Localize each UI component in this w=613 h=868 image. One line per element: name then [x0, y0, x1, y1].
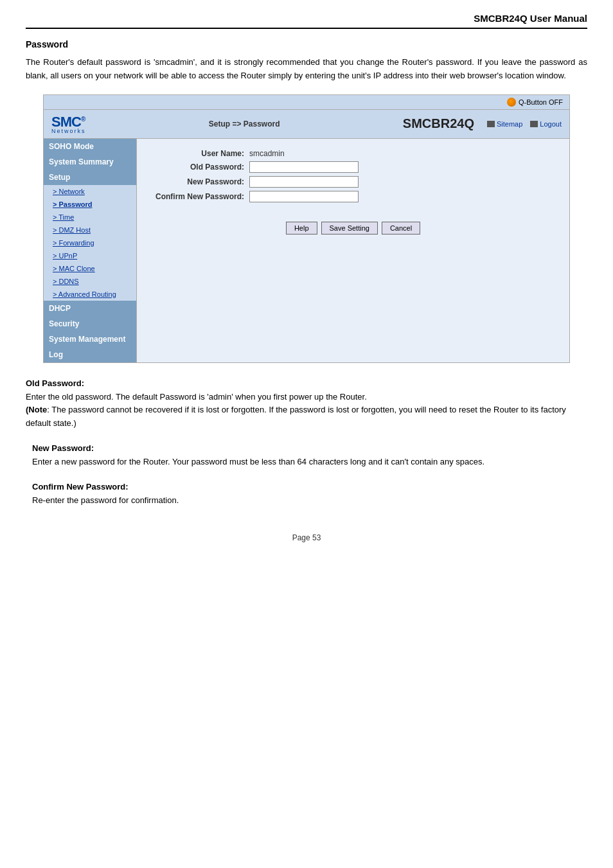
router-ui-simulation: Q-Button OFF SMC® Networks Setup => Pass… [43, 94, 570, 363]
page-header: SMCBR24Q User Manual [26, 13, 587, 29]
confirm-password-row: Confirm New Password: [150, 191, 556, 202]
new-password-section: New Password: Enter a new password for t… [32, 443, 587, 469]
q-button-area: Q-Button OFF [507, 98, 563, 107]
old-password-input[interactable] [249, 161, 359, 173]
button-row: Help Save Setting Cancel [150, 222, 556, 235]
cancel-button[interactable]: Cancel [382, 222, 420, 235]
sidebar-item-dmz[interactable]: > DMZ Host [44, 224, 136, 236]
note-bold: (Note [26, 405, 47, 414]
sidebar-item-dhcp[interactable]: DHCP [44, 301, 136, 316]
user-name-row: User Name: smcadmin [150, 149, 556, 158]
sidebar-item-upnp[interactable]: > UPnP [44, 249, 136, 262]
new-password-heading: New Password: [32, 443, 587, 453]
q-button-label: Q-Button OFF [519, 98, 563, 106]
old-password-label: Old Password: [150, 163, 249, 172]
main-panel: User Name: smcadmin Old Password: New Pa… [137, 139, 569, 362]
router-topbar: Q-Button OFF [44, 95, 569, 110]
section-title: Password [26, 39, 587, 49]
sidebar-item-password[interactable]: > Password [44, 198, 136, 211]
sidebar-item-network[interactable]: > Network [44, 185, 136, 198]
sidebar-item-security[interactable]: Security [44, 316, 136, 332]
sidebar-item-ddns[interactable]: > DDNS [44, 275, 136, 288]
sitemap-icon [487, 121, 495, 127]
sidebar: SOHO Mode System Summary Setup > Network… [44, 139, 137, 362]
user-name-label: User Name: [150, 149, 249, 158]
confirm-password-label: Confirm New Password: [150, 192, 249, 201]
sidebar-item-advanced-routing[interactable]: > Advanced Routing [44, 288, 136, 301]
sidebar-item-system-summary[interactable]: System Summary [44, 154, 136, 170]
user-name-value: smcadmin [249, 149, 285, 158]
sidebar-item-mac-clone[interactable]: > MAC Clone [44, 262, 136, 275]
new-password-input[interactable] [249, 176, 359, 188]
new-password-row: New Password: [150, 176, 556, 188]
old-password-note: (Note: The password cannot be recovered … [26, 403, 587, 430]
page-number: Page 53 [292, 533, 321, 542]
router-nav-links: Sitemap Logout [487, 120, 562, 128]
logo-area: SMC® Networks [51, 114, 86, 134]
router-title-area: Setup => Password [99, 120, 390, 128]
new-password-text: Enter a new password for the Router. You… [32, 456, 587, 469]
manual-title: SMCBR24Q User Manual [474, 13, 587, 24]
sitemap-link[interactable]: Sitemap [487, 120, 522, 128]
q-button-icon [507, 98, 516, 107]
router-header: SMC® Networks Setup => Password SMCBR24Q… [44, 110, 569, 139]
smc-networks: Networks [51, 128, 86, 134]
sidebar-item-log[interactable]: Log [44, 347, 136, 362]
help-button[interactable]: Help [286, 222, 317, 235]
router-model-label: SMCBR24Q [403, 116, 474, 131]
old-password-text: Enter the old password. The default Pass… [26, 391, 587, 404]
password-form: User Name: smcadmin Old Password: New Pa… [150, 149, 556, 235]
sidebar-item-soho[interactable]: SOHO Mode [44, 139, 136, 154]
logout-link[interactable]: Logout [530, 120, 562, 128]
confirm-password-heading: Confirm New Password: [32, 482, 587, 492]
sidebar-item-forwarding[interactable]: > Forwarding [44, 236, 136, 249]
logout-icon [530, 121, 538, 127]
intro-paragraph: The Router's default password is 'smcadm… [26, 56, 587, 83]
old-password-heading: Old Password: [26, 378, 587, 388]
sidebar-item-system-management[interactable]: System Management [44, 332, 136, 347]
confirm-password-input[interactable] [249, 191, 359, 202]
old-password-section: Old Password: Enter the old password. Th… [26, 378, 587, 430]
router-breadcrumb: Setup => Password [99, 120, 390, 128]
sidebar-item-setup[interactable]: Setup [44, 170, 136, 185]
confirm-password-section: Confirm New Password: Re-enter the passw… [32, 482, 587, 508]
sidebar-item-time[interactable]: > Time [44, 211, 136, 224]
save-button[interactable]: Save Setting [321, 222, 378, 235]
router-body: SOHO Mode System Summary Setup > Network… [44, 139, 569, 362]
old-password-row: Old Password: [150, 161, 556, 173]
new-password-label: New Password: [150, 177, 249, 186]
confirm-password-text: Re-enter the password for confirmation. [32, 494, 587, 508]
page-footer: Page 53 [26, 533, 587, 542]
